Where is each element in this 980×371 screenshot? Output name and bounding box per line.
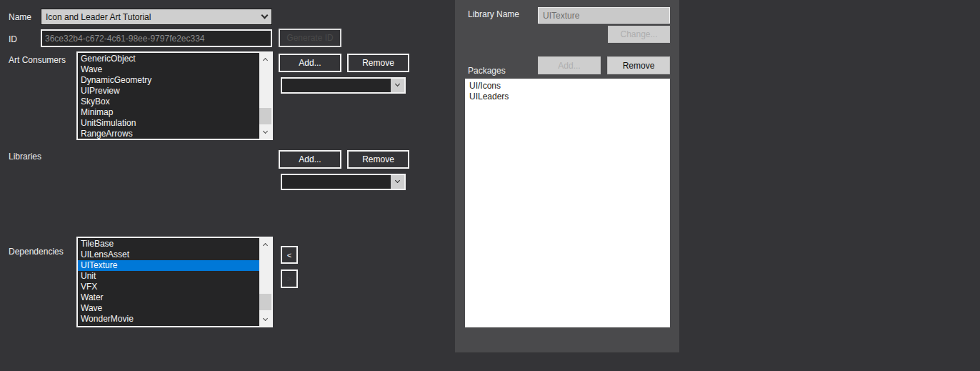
scroll-up-icon[interactable] bbox=[259, 53, 271, 65]
scrollbar-thumb[interactable] bbox=[259, 108, 271, 124]
libraries-items: TileBaseUILensAssetUITextureUnitVFXWater… bbox=[78, 238, 259, 325]
scroll-up-icon[interactable] bbox=[259, 238, 271, 250]
chevron-down-icon bbox=[395, 81, 400, 86]
packages-label: Packages bbox=[468, 66, 506, 76]
libraries-combobox-value bbox=[282, 175, 391, 189]
list-item[interactable]: WonderMovie bbox=[78, 314, 259, 325]
art-consumers-items: GenericObjectWaveDynamicGeometryUIPrevie… bbox=[78, 53, 259, 139]
scrollbar-track[interactable] bbox=[259, 250, 271, 314]
list-item[interactable]: Wave bbox=[78, 64, 259, 75]
libraries-combobox[interactable] bbox=[281, 174, 406, 190]
combobox-dropdown-button[interactable] bbox=[391, 79, 404, 92]
combobox-dropdown-button[interactable] bbox=[391, 175, 404, 189]
list-item[interactable]: VFX bbox=[78, 282, 259, 292]
dependencies-label: Dependencies bbox=[9, 247, 64, 257]
scrollbar-thumb[interactable] bbox=[259, 294, 271, 310]
scroll-down-icon[interactable] bbox=[259, 314, 271, 326]
change-library-button[interactable]: Change... bbox=[608, 26, 670, 43]
list-item[interactable]: DynamicGeometry bbox=[78, 75, 259, 86]
list-item[interactable]: UI/Icons bbox=[465, 81, 670, 91]
art-consumers-combobox[interactable] bbox=[281, 77, 406, 94]
list-item[interactable]: UITexture bbox=[78, 260, 259, 271]
list-item[interactable]: UnitSimulation bbox=[78, 118, 259, 129]
name-combobox[interactable]: Icon and Leader Art Tutorial bbox=[41, 9, 272, 25]
art-consumers-label: Art Consumers bbox=[9, 55, 66, 65]
asset-editor-window: Name Icon and Leader Art Tutorial ID Gen… bbox=[0, 0, 980, 371]
libraries-label: Libraries bbox=[9, 152, 41, 162]
list-item[interactable]: UIPreview bbox=[78, 86, 259, 97]
art-consumers-combobox-value bbox=[282, 79, 391, 92]
packages-items: UI/IconsUILeaders bbox=[465, 79, 670, 102]
id-input[interactable] bbox=[41, 29, 272, 47]
library-name-label: Library Name bbox=[468, 9, 519, 19]
library-panel: Library Name Change... Packages Add... R… bbox=[455, 0, 679, 352]
art-consumers-listbox[interactable]: GenericObjectWaveDynamicGeometryUIPrevie… bbox=[76, 51, 273, 140]
list-item[interactable]: Unit bbox=[78, 271, 259, 282]
list-item[interactable]: SkyBox bbox=[78, 97, 259, 107]
chevron-down-icon bbox=[261, 12, 269, 19]
list-item[interactable]: GenericObject bbox=[78, 54, 259, 64]
package-remove-button[interactable]: Remove bbox=[607, 56, 670, 74]
list-item[interactable]: UILeaders bbox=[465, 91, 670, 102]
package-add-button[interactable]: Add... bbox=[538, 56, 601, 74]
list-item[interactable]: RangeArrows bbox=[78, 129, 259, 139]
libraries-remove-button[interactable]: Remove bbox=[347, 150, 409, 169]
library-name-input[interactable] bbox=[538, 7, 670, 24]
name-combobox-value: Icon and Leader Art Tutorial bbox=[46, 12, 262, 22]
list-item[interactable]: TileBase bbox=[78, 239, 259, 249]
vertical-scrollbar[interactable] bbox=[259, 238, 271, 326]
list-item[interactable]: Water bbox=[78, 292, 259, 303]
art-consumers-add-button[interactable]: Add... bbox=[279, 54, 341, 72]
list-item[interactable]: UILensAsset bbox=[78, 249, 259, 260]
scroll-down-icon[interactable] bbox=[259, 127, 271, 139]
name-label: Name bbox=[9, 12, 31, 22]
libraries-listbox[interactable]: TileBaseUILensAssetUITextureUnitVFXWater… bbox=[76, 237, 273, 327]
move-dependency-right-button[interactable]: > bbox=[281, 269, 298, 288]
art-consumers-remove-button[interactable]: Remove bbox=[347, 54, 409, 72]
vertical-scrollbar[interactable] bbox=[259, 53, 271, 139]
scrollbar-track[interactable] bbox=[259, 65, 271, 127]
move-dependency-left-button[interactable]: < bbox=[281, 246, 298, 264]
chevron-down-icon bbox=[395, 178, 400, 183]
generate-id-button[interactable]: Generate ID bbox=[279, 29, 341, 47]
libraries-add-button[interactable]: Add... bbox=[279, 150, 341, 169]
id-label: ID bbox=[9, 34, 17, 44]
list-item[interactable]: Wave bbox=[78, 303, 259, 314]
list-item[interactable]: Minimap bbox=[78, 107, 259, 118]
packages-listbox[interactable]: UI/IconsUILeaders bbox=[465, 79, 670, 327]
